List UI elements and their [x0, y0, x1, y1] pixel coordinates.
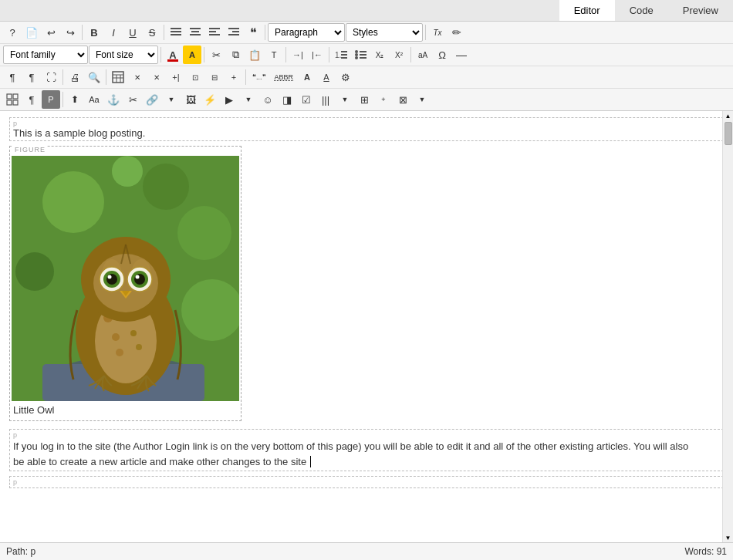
subscript-button[interactable]: X₂ — [370, 46, 389, 64]
paragraph-format-select[interactable]: Paragraph Heading 1 Heading 2 — [268, 23, 345, 42]
blockquote-button[interactable]: ❝ — [244, 23, 262, 42]
ins-col-button[interactable]: +| — [167, 68, 185, 86]
editor-body[interactable]: p This is a sample blog posting. FIGURE — [0, 111, 733, 542]
table-button[interactable] — [109, 68, 127, 86]
indent-increase-button[interactable]: →| — [289, 46, 307, 64]
align-justify-button[interactable] — [167, 23, 185, 42]
align-center-button[interactable] — [186, 23, 204, 42]
media-button[interactable]: ▶ — [220, 90, 238, 109]
abbr-button[interactable]: ABBR — [271, 68, 298, 86]
columns-button[interactable]: ||| — [316, 90, 335, 109]
merge-cell-button[interactable]: ⊡ — [186, 68, 204, 86]
media-dropdown-button[interactable]: ▼ — [239, 90, 258, 109]
scroll-up-button[interactable]: ▲ — [724, 111, 733, 120]
para-mark-button[interactable]: ¶ — [3, 68, 22, 86]
flash-button[interactable]: ⚡ — [201, 90, 219, 109]
svg-rect-28 — [13, 94, 18, 99]
font-color-button[interactable]: A — [164, 46, 182, 64]
svg-rect-11 — [228, 34, 239, 35]
select-button[interactable]: ☑ — [297, 90, 316, 109]
find-button[interactable]: 🔍 — [85, 68, 103, 86]
editor-content: p This is a sample blog posting. FIGURE — [0, 111, 733, 560]
figure-caption: Little Owl — [12, 401, 239, 419]
image-button[interactable]: 🖼 — [181, 90, 200, 109]
svg-rect-20 — [360, 54, 366, 56]
sample-text: This is a sample blog posting. — [13, 127, 720, 139]
list-ordered-button[interactable]: 1. — [332, 46, 350, 64]
paste-button[interactable]: 📋 — [245, 46, 264, 64]
svg-rect-14 — [341, 54, 347, 56]
anchor-button[interactable]: ⚓ — [104, 90, 123, 109]
format-button[interactable]: A — [298, 68, 316, 86]
char-size-button[interactable]: aA — [414, 46, 432, 64]
scroll-down-button[interactable]: ▼ — [724, 533, 733, 542]
del-row-button[interactable]: ✕ — [147, 68, 166, 86]
layout-button[interactable]: ⊞ — [355, 90, 373, 109]
undo-button[interactable]: ↩ — [42, 23, 60, 42]
eraser-button[interactable]: ✏ — [448, 23, 466, 42]
font-size-select[interactable]: Font size 8pt 10pt 12pt 14pt 18pt 24pt — [89, 46, 158, 64]
p-btn-button[interactable]: P — [42, 90, 60, 109]
svg-rect-29 — [7, 100, 12, 105]
underline-button[interactable]: U — [123, 23, 142, 42]
separator — [329, 47, 329, 62]
settings-button[interactable]: ⚙ — [336, 68, 355, 86]
indent-decrease-button[interactable]: |← — [308, 46, 326, 64]
highlight-color-button[interactable]: A — [183, 46, 201, 64]
tab-editor[interactable]: Editor — [559, 0, 615, 21]
svg-point-17 — [355, 53, 358, 56]
scroll-thumb[interactable] — [725, 122, 732, 145]
smiley-button[interactable]: ☺ — [258, 90, 277, 109]
content-text-1: If you log in to the site (the Author Lo… — [13, 439, 692, 469]
columns-dropdown-button[interactable]: ▼ — [336, 90, 354, 109]
italic-button[interactable]: I — [104, 23, 123, 42]
align-right-button[interactable] — [225, 23, 243, 42]
link-button[interactable]: 🔗 — [143, 90, 161, 109]
quote-button[interactable]: ❝...❞ — [248, 68, 270, 86]
scrollbar[interactable]: ▲ ▼ — [722, 111, 733, 542]
ins-row-button[interactable]: + — [225, 68, 243, 86]
del-col-button[interactable]: ✕ — [128, 68, 147, 86]
new-doc-button[interactable]: 📄 — [22, 23, 41, 42]
svg-rect-13 — [341, 51, 347, 52]
fullscreen-button[interactable]: ⛶ — [42, 68, 60, 86]
svg-point-54 — [106, 274, 117, 285]
tab-preview[interactable]: Preview — [668, 0, 733, 21]
source-button[interactable]: Tx — [428, 23, 447, 42]
separator — [62, 69, 63, 85]
more-dropdown-button[interactable]: ▼ — [413, 90, 431, 109]
help-button[interactable]: ? — [3, 23, 22, 42]
pilcrow-button[interactable]: ¶ — [22, 68, 41, 86]
font-family-select[interactable]: Font family Arial Times New Roman Courie… — [3, 46, 88, 64]
superscript-button[interactable]: X² — [390, 46, 408, 64]
copy-button[interactable]: ⧉ — [226, 46, 245, 64]
font-size2-button[interactable]: Aa — [85, 90, 103, 109]
tab-bar: Editor Code Preview — [0, 0, 733, 22]
word-count-info: Words: 91 — [685, 546, 728, 557]
list-unordered-button[interactable] — [351, 46, 370, 64]
special2-button[interactable]: ✂ — [123, 90, 142, 109]
svg-rect-19 — [360, 51, 366, 52]
cut-button[interactable]: ✂ — [207, 46, 225, 64]
tab-code[interactable]: Code — [615, 0, 668, 21]
omega-button[interactable]: Ω — [433, 46, 451, 64]
print-button[interactable]: 🖨 — [66, 68, 84, 86]
more-button[interactable]: ⊠ — [394, 90, 412, 109]
upload-button[interactable]: ⬆ — [66, 90, 84, 109]
redo-button[interactable]: ↪ — [61, 23, 79, 42]
format2-button[interactable]: A — [317, 68, 336, 86]
split-cell-button[interactable]: ⊟ — [205, 68, 224, 86]
grid-button[interactable] — [3, 90, 22, 109]
p-label-1: p — [13, 120, 720, 127]
pilcrow2-button[interactable]: ¶ — [22, 90, 41, 109]
hr-button[interactable]: — — [452, 46, 471, 64]
layout-insert-button[interactable]: + — [374, 90, 393, 109]
styles-select[interactable]: Styles — [346, 23, 423, 42]
strikethrough-button[interactable]: S — [143, 23, 161, 42]
color-picker-button[interactable]: ◨ — [278, 90, 296, 109]
link-dropdown-button[interactable]: ▼ — [162, 90, 181, 109]
align-left-button[interactable] — [205, 23, 224, 42]
svg-rect-8 — [209, 34, 220, 35]
bold-button[interactable]: B — [85, 23, 103, 42]
paste-text-button[interactable]: T — [265, 46, 283, 64]
